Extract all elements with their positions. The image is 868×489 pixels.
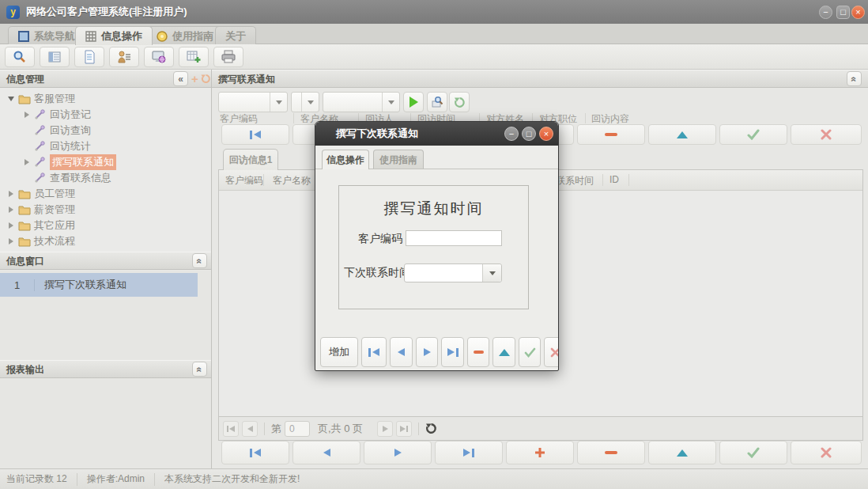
subtab-label: 回访信息1 (229, 154, 273, 167)
tab-system-nav[interactable]: 系统导航 (8, 26, 85, 45)
tree-item-employee-mgmt[interactable]: 员工管理 (0, 186, 211, 202)
tab-info-operation[interactable]: 信息操作 (75, 26, 153, 45)
filter-combo-2[interactable] (291, 92, 319, 112)
tree-item-other-apps[interactable]: 其它应用 (0, 218, 211, 233)
edit-record-button[interactable] (648, 441, 716, 464)
next-page-button[interactable] (377, 421, 393, 437)
tree-item-view-contact-info[interactable]: 查看联系信息 (0, 170, 211, 186)
first-record-button[interactable] (221, 124, 289, 145)
user-list-button[interactable] (109, 47, 139, 67)
window-title: 网络公司客户管理系统(非注册用户) (26, 5, 187, 19)
tree-item-visit-stats[interactable]: 回访统计 (0, 138, 211, 154)
chevron-down-icon[interactable] (382, 93, 399, 112)
expander-closed-icon[interactable] (6, 238, 16, 244)
expander-closed-icon[interactable] (22, 112, 32, 118)
info-window-collapse-button[interactable]: « (192, 253, 207, 268)
dialog-close-button[interactable]: × (539, 127, 553, 141)
printer-button[interactable] (213, 47, 243, 67)
expander-open-icon[interactable] (6, 97, 16, 101)
tool-icon (34, 172, 47, 184)
dialog-add-button[interactable]: 增加 (320, 337, 358, 367)
chevron-down-icon[interactable] (270, 93, 287, 112)
tree-item-visit-register[interactable]: 回访登记 (0, 107, 211, 123)
run-query-button[interactable] (403, 92, 424, 112)
prev-record-button[interactable] (292, 441, 360, 464)
col-id[interactable]: ID (609, 174, 619, 185)
tree-item-customer-service-mgmt[interactable]: 客服管理 (0, 91, 211, 107)
main-collapse-button[interactable]: « (847, 71, 862, 86)
page-number-input[interactable] (285, 421, 310, 437)
minimize-button[interactable]: − (819, 6, 832, 19)
dialog-maximize-button[interactable]: □ (522, 127, 536, 141)
dialog-confirm-button[interactable] (519, 337, 541, 367)
monitor-globe-button[interactable] (144, 47, 174, 67)
col-customer-code[interactable]: 客户编码 (225, 174, 263, 188)
info-window-row[interactable]: 1 撰写下次联系通知 (0, 273, 198, 297)
add-record-button[interactable] (506, 441, 574, 464)
delete-record-button[interactable] (577, 124, 645, 145)
tree-item-label: 回访登记 (50, 108, 91, 122)
prev-page-button[interactable] (242, 421, 258, 437)
close-button[interactable]: × (851, 6, 865, 19)
check-icon (747, 447, 760, 458)
tree-item-salary-mgmt[interactable]: 薪资管理 (0, 202, 211, 218)
filter-combo-1[interactable] (218, 92, 288, 112)
tab-user-guide[interactable]: 使用指南 (146, 26, 224, 45)
sidebar-collapse-button[interactable]: « (173, 71, 188, 86)
dialog-minimize-button[interactable]: − (504, 127, 519, 141)
tab-label: 系统导航 (34, 29, 75, 44)
dialog-edit-button[interactable] (492, 337, 515, 367)
customer-code-input[interactable] (406, 230, 502, 246)
dialog-delete-button[interactable] (467, 337, 489, 367)
expander-closed-icon[interactable] (6, 191, 16, 197)
cancel-button[interactable] (791, 124, 862, 145)
next-contact-time-combo[interactable] (404, 263, 502, 282)
expander-closed-icon[interactable] (22, 159, 32, 165)
document-button[interactable] (74, 47, 104, 67)
printer-icon (221, 50, 236, 64)
table-add-button[interactable] (179, 47, 209, 67)
col-customer-name[interactable]: 客户名称 (273, 174, 311, 188)
row-label: 撰写下次联系通知 (35, 278, 126, 292)
table-view-button[interactable] (40, 47, 70, 67)
tree-item-write-contact-notice[interactable]: 撰写联系通知 (0, 154, 211, 170)
tab-about[interactable]: 关于 (215, 26, 256, 45)
filter-combo-3[interactable] (323, 92, 400, 112)
tree-item-tech-process[interactable]: 技术流程 (0, 233, 211, 249)
notice-time-groupbox: 撰写通知时间 客户编码 下次联系时间 (338, 185, 529, 309)
dialog-tab-info-operation[interactable]: 信息操作 (322, 150, 369, 169)
cancel-button[interactable] (791, 441, 862, 464)
first-page-button[interactable] (223, 421, 239, 437)
tree-item-label: 其它应用 (34, 218, 75, 233)
tree-item-visit-query[interactable]: 回访查询 (0, 123, 211, 138)
maximize-button[interactable]: □ (836, 6, 850, 19)
customer-code-label: 客户编码 (358, 232, 402, 246)
refresh-button[interactable] (449, 92, 470, 112)
dialog-cancel-button[interactable] (544, 337, 559, 367)
dialog-next-button[interactable] (416, 337, 438, 367)
minus-icon (605, 451, 617, 454)
dialog-last-button[interactable] (441, 337, 464, 367)
subtab-visit-info[interactable]: 回访信息1 (223, 149, 278, 170)
edit-record-button[interactable] (648, 124, 716, 145)
delete-record-button[interactable] (577, 441, 645, 464)
last-record-button[interactable] (435, 441, 503, 464)
advanced-search-button[interactable] (427, 92, 447, 112)
confirm-button[interactable] (719, 124, 787, 145)
report-collapse-button[interactable]: « (192, 362, 207, 377)
first-record-button[interactable] (221, 441, 289, 464)
folder-icon (18, 204, 32, 215)
last-page-button[interactable] (396, 421, 412, 437)
chevron-down-icon[interactable] (482, 264, 501, 282)
confirm-button[interactable] (719, 441, 787, 464)
chevron-down-icon[interactable] (301, 93, 319, 112)
dialog-first-button[interactable] (361, 337, 387, 367)
dialog-prev-button[interactable] (390, 337, 413, 367)
next-record-button[interactable] (364, 441, 432, 464)
search-button[interactable] (5, 47, 35, 67)
add-icon: + (191, 72, 198, 85)
expander-closed-icon[interactable] (6, 222, 16, 229)
reload-grid-button[interactable] (425, 423, 437, 434)
expander-closed-icon[interactable] (6, 207, 16, 213)
dialog-tab-user-guide[interactable]: 使用指南 (373, 150, 424, 169)
